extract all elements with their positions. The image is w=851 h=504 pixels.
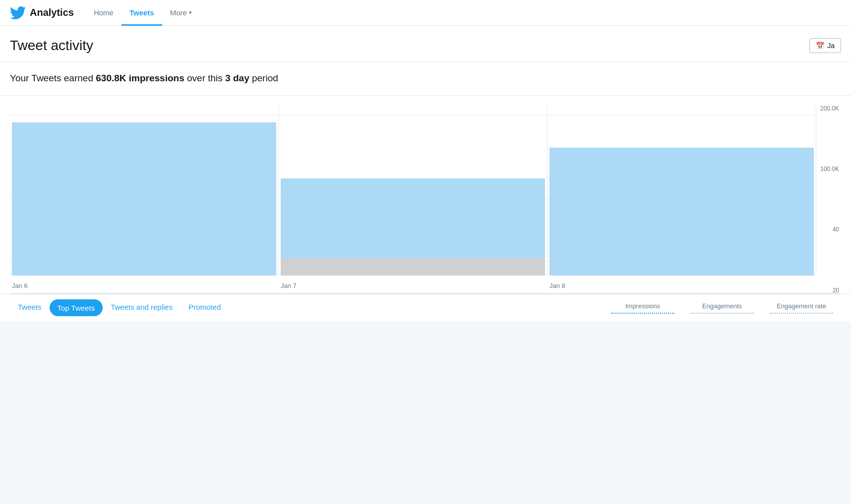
col-engrate-label: Engagement rate (777, 302, 826, 310)
col-header-engagement-rate: Engagement rate (762, 298, 841, 318)
bar-jan6-impressions (12, 122, 276, 276)
col-engagements-line (690, 313, 754, 314)
impressions-prefix: Your Tweets earned (10, 73, 96, 83)
main-content: Tweet activity 📅 Ja Your Tweets earned 6… (0, 26, 851, 504)
y-label-100k: 100.0K (818, 166, 839, 172)
x-axis-labels: Jan 6 Jan 7 Jan 8 (10, 282, 816, 289)
date-picker-label: Ja (827, 42, 835, 50)
period-value: 3 day (225, 73, 249, 83)
impressions-value: 630.8K impressions (96, 73, 184, 83)
nav-home[interactable]: Home (86, 0, 122, 26)
chart-section: 200.0K 100.0K 40 20 (0, 96, 851, 294)
tab-tweets-replies[interactable]: Tweets and replies (103, 294, 181, 322)
col-engagements-label: Engagements (702, 302, 742, 310)
tabs-right: Impressions Engagements Engagement rate (603, 298, 841, 318)
impressions-statement: Your Tweets earned 630.8K impressions ov… (10, 72, 841, 85)
col-header-engagements: Engagements (682, 298, 762, 318)
bar-group-jan8[interactable] (547, 106, 816, 276)
impressions-suffix: period (249, 73, 278, 83)
x-label-jan6: Jan 6 (10, 282, 279, 289)
main-nav: Home Tweets More ▾ (86, 0, 200, 25)
title-bar: Tweet activity 📅 Ja (0, 26, 851, 62)
y-label-200k: 200.0K (818, 106, 839, 112)
nav-tweets[interactable]: Tweets (122, 0, 162, 26)
app-header: Analytics Home Tweets More ▾ (0, 0, 851, 26)
twitter-bird-icon (10, 5, 26, 21)
nav-more[interactable]: More ▾ (162, 0, 200, 26)
page-title: Tweet activity (10, 38, 93, 54)
col-engrate-line (770, 313, 833, 314)
chart-bars (10, 106, 816, 276)
tabs-headers-row: Tweets Top Tweets Tweets and replies Pro… (0, 294, 851, 322)
tab-top-tweets[interactable]: Top Tweets (50, 299, 103, 316)
col-impressions-line (611, 313, 674, 314)
nav-more-label: More (170, 8, 187, 17)
date-picker-button[interactable]: 📅 Ja (809, 38, 841, 53)
brand-name: Analytics (30, 7, 74, 18)
chart-area: 200.0K 100.0K 40 20 (10, 106, 841, 294)
bar-jan7-engagements (281, 258, 545, 275)
logo-area: Analytics (10, 5, 86, 21)
bar-jan7-impressions (281, 178, 545, 258)
calendar-icon: 📅 (816, 42, 824, 50)
tab-tweets[interactable]: Tweets (10, 294, 50, 322)
col-impressions-label: Impressions (625, 302, 660, 310)
x-label-jan7: Jan 7 (279, 282, 547, 289)
chevron-down-icon: ▾ (189, 9, 192, 16)
tabs-left: Tweets Top Tweets Tweets and replies Pro… (10, 294, 229, 322)
bar-jan8-impressions (549, 148, 814, 275)
bar-group-jan7[interactable] (279, 106, 547, 276)
stats-section: Your Tweets earned 630.8K impressions ov… (0, 62, 851, 96)
bar-group-jan6[interactable] (10, 106, 279, 276)
col-header-impressions: Impressions (603, 298, 682, 318)
y-label-40: 40 (818, 226, 839, 232)
y-axis-labels: 200.0K 100.0K 40 20 (816, 106, 841, 293)
y-label-20: 20 (818, 287, 839, 293)
impressions-middle: over this (184, 73, 225, 83)
tab-promoted[interactable]: Promoted (181, 294, 229, 322)
x-label-jan8: Jan 8 (547, 282, 816, 289)
